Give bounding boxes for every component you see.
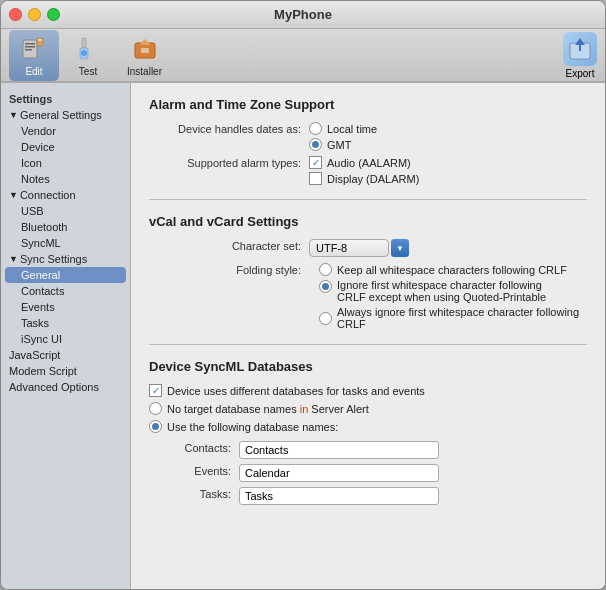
window-title: MyPhone xyxy=(274,7,332,22)
folding-option-2[interactable]: Ignore first whitespace character follow… xyxy=(319,279,587,303)
database-fields: Contacts: Events: Tasks: xyxy=(149,441,587,505)
sidebar-item-syncml[interactable]: SyncML xyxy=(1,235,130,251)
charset-row: Character set: UTF-8 ▼ xyxy=(149,239,587,257)
folding-radio-2[interactable] xyxy=(319,280,332,293)
events-db-row: Events: xyxy=(149,464,587,482)
uses-different-label: Device uses different databases for task… xyxy=(167,385,425,397)
content-area: Settings ▼ General Settings Vendor Devic… xyxy=(1,83,605,589)
sidebar-group-general-settings[interactable]: ▼ General Settings xyxy=(1,107,130,123)
sidebar-group-sync-settings[interactable]: ▼ Sync Settings xyxy=(1,251,130,267)
general-settings-label: General Settings xyxy=(20,109,102,121)
sidebar-item-advanced-options[interactable]: Advanced Options xyxy=(1,379,130,395)
sidebar-item-usb[interactable]: USB xyxy=(1,203,130,219)
no-target-option[interactable]: No target database names in Server Alert xyxy=(149,402,587,415)
tasks-db-label: Tasks: xyxy=(149,487,239,500)
sidebar-item-icon[interactable]: Icon xyxy=(1,155,130,171)
sidebar-item-javascript[interactable]: JavaScript xyxy=(1,347,130,363)
no-target-label: No target database names in Server Alert xyxy=(167,403,369,415)
charset-select[interactable]: UTF-8 xyxy=(309,239,389,257)
test-button[interactable]: Test xyxy=(63,30,113,81)
close-button[interactable] xyxy=(9,8,22,21)
charset-arrow[interactable]: ▼ xyxy=(391,239,409,257)
use-following-label: Use the following database names: xyxy=(167,421,338,433)
gmt-radio[interactable] xyxy=(309,138,322,151)
sidebar-item-tasks[interactable]: Tasks xyxy=(1,315,130,331)
sidebar-item-events[interactable]: Events xyxy=(1,299,130,315)
tasks-db-input[interactable] xyxy=(239,487,439,505)
export-button[interactable]: Export xyxy=(563,32,597,79)
sidebar-item-general[interactable]: General xyxy=(5,267,126,283)
events-db-input[interactable] xyxy=(239,464,439,482)
charset-control: UTF-8 ▼ xyxy=(309,239,409,257)
sidebar-item-vendor[interactable]: Vendor xyxy=(1,123,130,139)
gmt-option[interactable]: GMT xyxy=(309,138,377,151)
titlebar: MyPhone xyxy=(1,1,605,29)
triangle-sync-settings: ▼ xyxy=(9,254,18,264)
svg-rect-1 xyxy=(25,43,35,45)
folding-label-3: Always ignore first whitespace character… xyxy=(337,306,587,330)
sidebar-item-contacts[interactable]: Contacts xyxy=(1,283,130,299)
events-db-label: Events: xyxy=(149,464,239,477)
audio-alarm-option[interactable]: ✓ Audio (AALARM) xyxy=(309,156,419,169)
edit-icon xyxy=(19,34,49,64)
svg-rect-11 xyxy=(141,48,149,53)
contacts-db-row: Contacts: xyxy=(149,441,587,459)
export-label: Export xyxy=(566,68,595,79)
alarm-types-label: Supported alarm types: xyxy=(149,156,309,169)
svg-rect-2 xyxy=(25,46,35,48)
alarm-section-title: Alarm and Time Zone Support xyxy=(149,97,587,112)
display-alarm-option[interactable]: Display (DALARM) xyxy=(309,172,419,185)
sidebar-item-modem-script[interactable]: Modem Script xyxy=(1,363,130,379)
alarm-options-group: ✓ Audio (AALARM) Display (DALARM) xyxy=(309,156,419,185)
sync-settings-label: Sync Settings xyxy=(20,253,87,265)
folding-row: Folding style: Keep all whitespace chara… xyxy=(149,263,587,330)
uses-different-checkbox[interactable]: ✓ xyxy=(149,384,162,397)
minimize-button[interactable] xyxy=(28,8,41,21)
use-following-radio[interactable] xyxy=(149,420,162,433)
folding-label-1: Keep all whitespace characters following… xyxy=(337,264,567,276)
display-alarm-label: Display (DALARM) xyxy=(327,173,419,185)
display-alarm-checkbox[interactable] xyxy=(309,172,322,185)
local-time-radio[interactable] xyxy=(309,122,322,135)
svg-point-8 xyxy=(81,50,87,56)
local-time-option[interactable]: Local time xyxy=(309,122,377,135)
audio-alarm-label: Audio (AALARM) xyxy=(327,157,411,169)
sidebar-item-bluetooth[interactable]: Bluetooth xyxy=(1,219,130,235)
toolbar: Edit Test Installer xyxy=(1,29,605,83)
connection-label: Connection xyxy=(20,189,76,201)
installer-label: Installer xyxy=(127,66,162,77)
svg-marker-10 xyxy=(139,39,151,45)
svg-rect-3 xyxy=(25,49,32,51)
triangle-connection: ▼ xyxy=(9,190,18,200)
sidebar-item-isynccui[interactable]: iSync UI xyxy=(1,331,130,347)
installer-icon xyxy=(130,34,160,64)
test-label: Test xyxy=(79,66,97,77)
folding-label-2: Ignore first whitespace character follow… xyxy=(337,279,546,303)
installer-button[interactable]: Installer xyxy=(117,30,172,81)
local-time-label: Local time xyxy=(327,123,377,135)
app-window: MyPhone Edit xyxy=(0,0,606,590)
edit-label: Edit xyxy=(25,66,42,77)
svg-rect-5 xyxy=(38,39,42,41)
folding-option-3[interactable]: Always ignore first whitespace character… xyxy=(319,306,587,330)
uses-different-option[interactable]: ✓ Device uses different databases for ta… xyxy=(149,384,587,397)
folding-options-group: Keep all whitespace characters following… xyxy=(319,263,587,330)
no-target-radio[interactable] xyxy=(149,402,162,415)
folding-radio-1[interactable] xyxy=(319,263,332,276)
audio-alarm-checkbox[interactable]: ✓ xyxy=(309,156,322,169)
use-following-option[interactable]: Use the following database names: xyxy=(149,420,587,433)
sidebar-item-notes[interactable]: Notes xyxy=(1,171,130,187)
maximize-button[interactable] xyxy=(47,8,60,21)
divider-2 xyxy=(149,344,587,345)
contacts-db-input[interactable] xyxy=(239,441,439,459)
edit-button[interactable]: Edit xyxy=(9,30,59,81)
folding-radio-3[interactable] xyxy=(319,312,332,325)
contacts-db-label: Contacts: xyxy=(149,441,239,454)
folding-option-1[interactable]: Keep all whitespace characters following… xyxy=(319,263,587,276)
device-handles-label: Device handles dates as: xyxy=(149,122,309,135)
sidebar-item-device[interactable]: Device xyxy=(1,139,130,155)
alarm-types-row: Supported alarm types: ✓ Audio (AALARM) … xyxy=(149,156,587,185)
device-handles-row: Device handles dates as: Local time GMT xyxy=(149,122,587,151)
divider-1 xyxy=(149,199,587,200)
sidebar-group-connection[interactable]: ▼ Connection xyxy=(1,187,130,203)
